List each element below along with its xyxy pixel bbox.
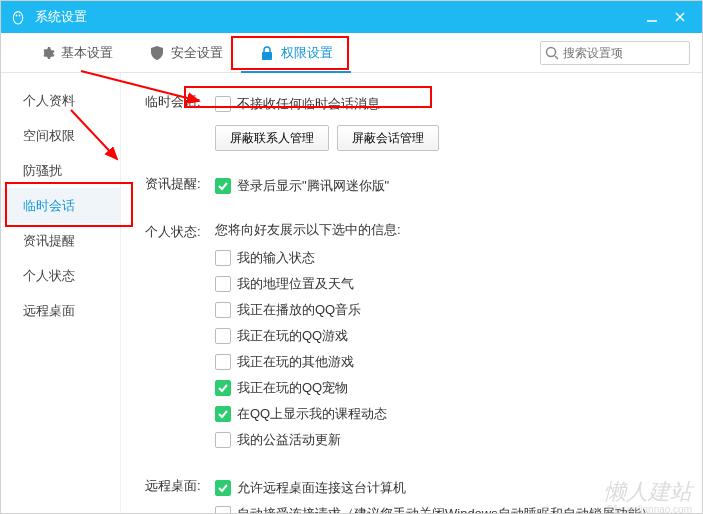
checkbox-status-label-1: 我的地理位置及天气 bbox=[237, 275, 354, 293]
checkbox-auto-accept[interactable] bbox=[215, 506, 231, 513]
sidebar-item-label: 远程桌面 bbox=[23, 302, 75, 320]
status-hint: 您将向好友展示以下选中的信息: bbox=[215, 221, 678, 239]
minimize-button[interactable] bbox=[638, 1, 666, 33]
close-button[interactable] bbox=[666, 1, 694, 33]
shield-icon bbox=[149, 45, 165, 61]
window-title: 系统设置 bbox=[35, 8, 638, 26]
checkbox-status-label-3: 我正在玩的QQ游戏 bbox=[237, 327, 348, 345]
search-input[interactable] bbox=[540, 41, 690, 65]
svg-point-2 bbox=[16, 15, 18, 17]
checkbox-reject-temp-label: 不接收任何临时会话消息 bbox=[237, 95, 380, 113]
checkbox-status-6[interactable] bbox=[215, 406, 231, 422]
block-sessions-button[interactable]: 屏蔽会话管理 bbox=[337, 125, 439, 151]
section-label-status: 个人状态: bbox=[145, 221, 215, 453]
checkbox-status-4[interactable] bbox=[215, 354, 231, 370]
section-label-temp: 临时会话: bbox=[145, 91, 215, 151]
sidebar-item-remote[interactable]: 远程桌面 bbox=[1, 293, 120, 328]
sidebar-item-label: 临时会话 bbox=[23, 197, 75, 215]
search-icon bbox=[544, 45, 560, 61]
svg-point-1 bbox=[14, 12, 22, 23]
checkbox-status-0[interactable] bbox=[215, 250, 231, 266]
checkbox-status-label-4: 我正在玩的其他游戏 bbox=[237, 353, 354, 371]
sidebar-item-temp-session[interactable]: 临时会话 bbox=[1, 188, 120, 223]
checkbox-allow-remote-label: 允许远程桌面连接这台计算机 bbox=[237, 479, 406, 497]
sidebar-item-label: 防骚扰 bbox=[23, 162, 62, 180]
tab-privacy[interactable]: 权限设置 bbox=[241, 33, 351, 72]
checkbox-status-label-6: 在QQ上显示我的课程动态 bbox=[237, 405, 387, 423]
checkbox-reject-temp[interactable] bbox=[215, 96, 231, 112]
sidebar-item-harassment[interactable]: 防骚扰 bbox=[1, 153, 120, 188]
app-logo-icon bbox=[9, 8, 27, 26]
tab-basic-label: 基本设置 bbox=[61, 44, 113, 62]
checkbox-show-mini-label: 登录后显示"腾讯网迷你版" bbox=[237, 177, 389, 195]
checkbox-status-5[interactable] bbox=[215, 380, 231, 396]
checkbox-status-7[interactable] bbox=[215, 432, 231, 448]
block-contacts-button[interactable]: 屏蔽联系人管理 bbox=[215, 125, 329, 151]
sidebar: 个人资料 空间权限 防骚扰 临时会话 资讯提醒 个人状态 远程桌面 bbox=[1, 73, 121, 513]
sidebar-item-space[interactable]: 空间权限 bbox=[1, 118, 120, 153]
checkbox-status-3[interactable] bbox=[215, 328, 231, 344]
checkbox-show-mini[interactable] bbox=[215, 178, 231, 194]
tab-security[interactable]: 安全设置 bbox=[131, 33, 241, 72]
sidebar-item-label: 个人资料 bbox=[23, 92, 75, 110]
svg-rect-7 bbox=[262, 52, 272, 60]
svg-line-9 bbox=[555, 56, 558, 59]
tab-security-label: 安全设置 bbox=[171, 44, 223, 62]
section-label-news: 资讯提醒: bbox=[145, 173, 215, 199]
checkbox-status-label-2: 我正在播放的QQ音乐 bbox=[237, 301, 361, 319]
sidebar-item-profile[interactable]: 个人资料 bbox=[1, 83, 120, 118]
checkbox-status-label-7: 我的公益活动更新 bbox=[237, 431, 341, 449]
lock-icon bbox=[259, 45, 275, 61]
sidebar-item-label: 空间权限 bbox=[23, 127, 75, 145]
checkbox-status-label-0: 我的输入状态 bbox=[237, 249, 315, 267]
checkbox-status-label-5: 我正在玩的QQ宠物 bbox=[237, 379, 348, 397]
svg-point-8 bbox=[547, 47, 556, 56]
tab-basic[interactable]: 基本设置 bbox=[21, 33, 131, 72]
checkbox-allow-remote[interactable] bbox=[215, 480, 231, 496]
checkbox-status-1[interactable] bbox=[215, 276, 231, 292]
tab-privacy-label: 权限设置 bbox=[281, 44, 333, 62]
checkbox-auto-accept-label: 自动接受连接请求（建议您手动关闭Windows自动睡眠和自动锁屏功能） bbox=[237, 505, 654, 513]
sidebar-item-label: 资讯提醒 bbox=[23, 232, 75, 250]
checkbox-status-2[interactable] bbox=[215, 302, 231, 318]
svg-point-3 bbox=[19, 15, 21, 17]
gear-icon bbox=[39, 45, 55, 61]
sidebar-item-label: 个人状态 bbox=[23, 267, 75, 285]
sidebar-item-news[interactable]: 资讯提醒 bbox=[1, 223, 120, 258]
sidebar-item-status[interactable]: 个人状态 bbox=[1, 258, 120, 293]
section-label-remote: 远程桌面: bbox=[145, 475, 215, 513]
